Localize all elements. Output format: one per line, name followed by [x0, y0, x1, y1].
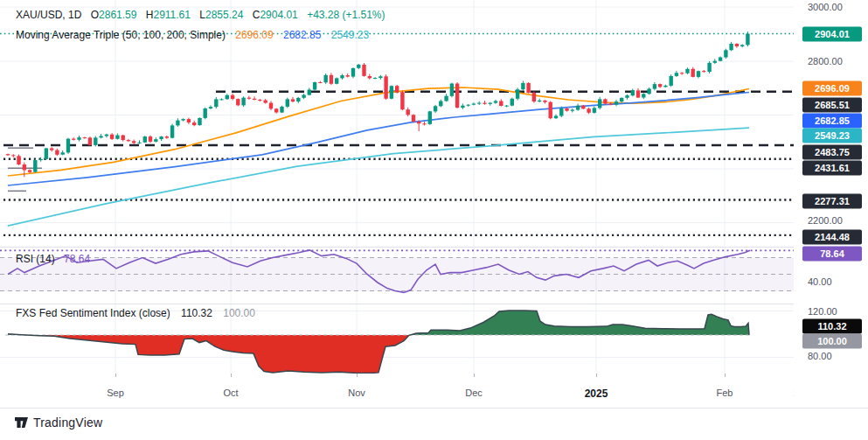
pane-separator-rsi-sentiment[interactable] [0, 304, 794, 304]
widget-bottom-border [0, 408, 868, 409]
sma50-value: 2696.09 [235, 29, 273, 41]
sentiment-value: 110.32 [181, 307, 212, 319]
tradingview-logo[interactable]: TradingView [14, 416, 102, 430]
price-axis-label: 120.00 [808, 306, 837, 317]
time-axis-label: Feb [717, 388, 733, 398]
rsi-indicator-legend[interactable]: RSI (14) 78.64 [16, 253, 90, 265]
open-letter: O [91, 9, 99, 21]
price-axis-badge: 2682.85 [802, 114, 862, 129]
price-axis-label: 80.00 [808, 351, 832, 361]
sma50-line[interactable] [8, 87, 749, 176]
time-axis-label: Oct [223, 388, 238, 398]
ma-indicator-legend[interactable]: Moving Average Triple (50, 100, 200, Sim… [16, 29, 369, 41]
sentiment-area-negative [8, 311, 749, 374]
chart-canvas[interactable] [0, 0, 868, 408]
rsi-indicator-title: RSI (14) [16, 253, 55, 265]
symbol-title: XAU/USD, 1D [16, 9, 81, 21]
sentiment-indicator-title: FXS Fed Sentiment Index (close) [16, 307, 170, 319]
sma100-value: 2682.85 [283, 29, 321, 41]
price-axis-badge: 2685.51 [802, 98, 862, 113]
price-axis-badge: 2277.31 [802, 194, 862, 209]
pane-separator-main-rsi[interactable] [0, 247, 794, 248]
price-axis-label: 2800.00 [808, 56, 843, 66]
time-axis-label: 2025 [585, 388, 608, 400]
sentiment-indicator-legend[interactable]: FXS Fed Sentiment Index (close) 110.32 1… [16, 307, 255, 319]
price-axis-badge: 2904.01 [802, 27, 862, 42]
price-axis-badge: 78.64 [802, 247, 862, 262]
sma200-line[interactable] [8, 128, 749, 226]
low-letter: L [199, 9, 205, 21]
price-axis-label: 2200.00 [808, 215, 843, 226]
price-axis[interactable]: 3000.002904.012800.002696.092685.512682.… [794, 0, 868, 408]
time-axis-label: Nov [348, 388, 365, 398]
price-axis-badge: 2144.48 [802, 230, 862, 245]
time-axis-tick [596, 374, 597, 377]
time-axis-tick [474, 374, 475, 377]
price-axis-badge: 2483.75 [802, 145, 862, 160]
price-axis-badge: 100.00 [802, 334, 862, 349]
rsi-value: 78.64 [64, 253, 90, 265]
sentiment-baseline-value: 100.00 [223, 307, 255, 319]
time-axis-tick [231, 374, 232, 377]
ma-indicator-title: Moving Average Triple (50, 100, 200, Sim… [16, 29, 226, 41]
change-value: +43.28 (+1.51%) [307, 9, 385, 21]
time-axis-tick [357, 374, 358, 377]
open-value: 2861.59 [99, 9, 136, 21]
price-axis-badge: 2549.23 [802, 129, 862, 143]
high-value: 2911.61 [153, 9, 191, 21]
price-axis-badge: 2696.09 [802, 81, 862, 96]
price-axis-label: 40.00 [808, 276, 832, 287]
symbol-legend[interactable]: XAU/USD, 1D O2861.59 H2911.61 L2855.24 C… [16, 9, 385, 21]
sma200-value: 2549.23 [331, 29, 369, 41]
time-axis-tick [115, 374, 116, 377]
time-axis-label: Dec [465, 388, 483, 398]
time-axis-tick [725, 374, 726, 377]
close-value: 2904.01 [260, 9, 297, 21]
tradingview-logo-icon [14, 416, 29, 430]
price-axis-label: 3000.00 [808, 2, 843, 12]
time-axis[interactable]: SepOctNovDec2025Feb19 [0, 374, 868, 408]
price-axis-badge: 110.32 [802, 319, 862, 334]
time-axis-label: Sep [107, 388, 124, 398]
low-value: 2855.24 [205, 9, 243, 21]
tradingview-chart-widget: XAU/USD, 1D O2861.59 H2911.61 L2855.24 C… [0, 0, 868, 440]
price-axis-badge: 2431.61 [802, 161, 862, 176]
tradingview-logo-text: TradingView [33, 416, 102, 430]
